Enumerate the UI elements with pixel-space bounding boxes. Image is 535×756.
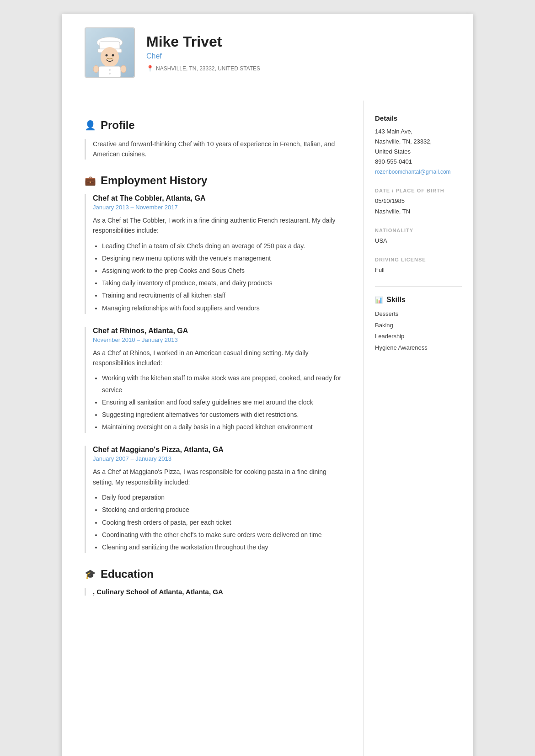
skills-container: DessertsBakingLeadershipHygiene Awarenes… [375, 309, 462, 354]
sidebar-dob: 05/10/1985 Nashville, TN [375, 196, 462, 216]
job-bullets-1: Working with the kitchen staff to make s… [93, 373, 345, 433]
skill-item-0: Desserts [375, 309, 462, 320]
job-bullet-0-0: Leading Chef in a team of six Chefs doin… [102, 240, 345, 252]
sidebar-driving: Full [375, 265, 462, 275]
edu-title-0: , Culinary School of Atlanta, Atlanta, G… [93, 588, 345, 596]
sidebar-dob-section: DATE / PLACE OF BIRTH 05/10/1985 Nashvil… [375, 188, 462, 216]
job-title-1: Chef at Rhinos, Atlanta, GA [93, 327, 345, 335]
job-bullet-0-2: Assigning work to the prep Cooks and Sou… [102, 265, 345, 277]
education-section-header: 🎓 Education [85, 568, 345, 580]
candidate-location: 📍 NASHVILLE, TN, 23332, UNITED STATES [146, 65, 455, 72]
job-bullet-2-1: Stocking and ordering produce [102, 504, 345, 516]
sidebar-nationality: USA [375, 236, 462, 246]
sidebar-details-section: Details 143 Main Ave, Nashville, TN, 233… [375, 114, 462, 177]
job-bullet-2-2: Cooking fresh orders of pasta, per each … [102, 517, 345, 528]
avatar [85, 27, 135, 78]
employment-title: Employment History [101, 174, 207, 187]
svg-point-10 [121, 65, 126, 73]
job-bullet-1-3: Maintaining oversight on a daily basis i… [102, 421, 345, 433]
sidebar-nationality-section: NATIONALITY USA [375, 228, 462, 246]
skill-item-2: Leadership [375, 331, 462, 342]
job-entry-1: Chef at Rhinos, Atlanta, GANovember 2010… [85, 327, 345, 433]
main-column: 👤 Profile Creative and forward-thinking … [62, 101, 364, 756]
sidebar-skills-section: 📊 Skills DessertsBakingLeadershipHygiene… [375, 296, 462, 354]
profile-text: Creative and forward-thinking Chef with … [85, 139, 345, 160]
job-dates-0: January 2013 – November 2017 [93, 204, 345, 211]
employment-icon: 💼 [85, 175, 96, 186]
edu-container: , Culinary School of Atlanta, Atlanta, G… [85, 588, 345, 596]
location-icon: 📍 [146, 65, 154, 72]
profile-icon: 👤 [85, 120, 96, 131]
employment-section-header: 💼 Employment History [85, 174, 345, 187]
skill-item-3: Hygiene Awareness [375, 342, 462, 354]
sidebar-driving-section: DRIVING LICENSE Full [375, 257, 462, 275]
job-bullet-2-3: Coordinating with the other chef's to ma… [102, 529, 345, 541]
svg-point-5 [112, 54, 114, 56]
header-info: Mike Trivet Chef 📍 NASHVILLE, TN, 23332,… [146, 33, 455, 72]
nationality-label: NATIONALITY [375, 228, 462, 233]
svg-point-7 [109, 69, 111, 71]
job-entry-0: Chef at The Cobbler, Atlanta, GAJanuary … [85, 194, 345, 314]
skills-icon: 📊 [375, 296, 383, 303]
skills-title: Skills [386, 296, 406, 304]
svg-rect-6 [99, 66, 121, 77]
sidebar-address: 143 Main Ave, Nashville, TN, 23332, Unit… [375, 127, 462, 177]
svg-point-3 [101, 47, 119, 67]
job-title-0: Chef at The Cobbler, Atlanta, GA [93, 194, 345, 202]
job-description-2: As a Chef at Maggiano's Pizza, I was res… [93, 467, 345, 487]
svg-point-4 [106, 54, 108, 56]
job-bullet-1-0: Working with the kitchen staff to make s… [102, 373, 345, 395]
employment-section: 💼 Employment History Chef at The Cobbler… [85, 174, 345, 553]
skill-item-1: Baking [375, 320, 462, 331]
svg-point-8 [109, 73, 111, 75]
jobs-container: Chef at The Cobbler, Atlanta, GAJanuary … [85, 194, 345, 553]
details-label: Details [375, 114, 462, 122]
job-bullet-0-1: Designing new menu options with the venu… [102, 253, 345, 264]
job-bullet-0-5: Managing relationships with food supplie… [102, 303, 345, 314]
job-bullet-1-1: Ensuring all sanitation and food safety … [102, 397, 345, 408]
job-dates-2: January 2007 – January 2013 [93, 455, 345, 462]
job-bullets-0: Leading Chef in a team of six Chefs doin… [93, 240, 345, 314]
candidate-name: Mike Trivet [146, 33, 455, 50]
job-bullet-1-2: Suggesting ingredient alternatives for c… [102, 409, 345, 421]
resume-body: 👤 Profile Creative and forward-thinking … [62, 101, 473, 756]
job-description-1: As a Chef at Rhinos, I worked in an Amer… [93, 348, 345, 368]
job-bullet-0-3: Taking daily inventory of produce, meats… [102, 277, 345, 289]
education-section: 🎓 Education , Culinary School of Atlanta… [85, 568, 345, 596]
resume-document: Mike Trivet Chef 📍 NASHVILLE, TN, 23332,… [62, 14, 473, 756]
driving-label: DRIVING LICENSE [375, 257, 462, 262]
profile-section-header: 👤 Profile [85, 119, 345, 132]
sidebar-divider [375, 286, 462, 287]
candidate-title: Chef [146, 52, 455, 60]
skills-header: 📊 Skills [375, 296, 462, 304]
resume-header: Mike Trivet Chef 📍 NASHVILLE, TN, 23332,… [62, 14, 473, 87]
edu-entry-0: , Culinary School of Atlanta, Atlanta, G… [85, 588, 345, 596]
job-entry-2: Chef at Maggiano's Pizza, Atlanta, GAJan… [85, 446, 345, 553]
job-bullets-2: Daily food preparationStocking and order… [93, 492, 345, 553]
sidebar: Details 143 Main Ave, Nashville, TN, 233… [364, 101, 473, 756]
svg-point-9 [93, 65, 99, 73]
job-title-2: Chef at Maggiano's Pizza, Atlanta, GA [93, 446, 345, 454]
dob-label: DATE / PLACE OF BIRTH [375, 188, 462, 193]
job-bullet-2-0: Daily food preparation [102, 492, 345, 503]
education-title: Education [101, 568, 154, 580]
job-bullet-0-4: Training and recruitments of all kitchen… [102, 290, 345, 301]
job-dates-1: November 2010 – January 2013 [93, 336, 345, 343]
job-description-0: As a Chef at The Cobbler, I work in a fi… [93, 215, 345, 236]
profile-title: Profile [101, 119, 135, 132]
sidebar-email[interactable]: rozenboomchantal@gmail.com [375, 169, 451, 175]
education-icon: 🎓 [85, 569, 96, 580]
profile-section: 👤 Profile Creative and forward-thinking … [85, 119, 345, 160]
job-bullet-2-4: Cleaning and sanitizing the workstation … [102, 542, 345, 553]
